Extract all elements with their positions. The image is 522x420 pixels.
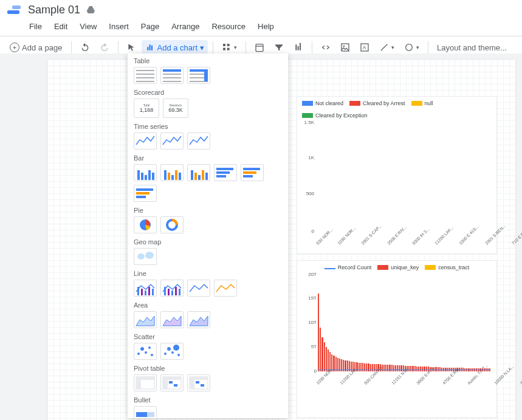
date-range-button[interactable] bbox=[251, 40, 268, 55]
chart-thumb-line-1[interactable] bbox=[134, 280, 157, 297]
chart-thumb-line-3[interactable] bbox=[187, 280, 210, 297]
chart-section-title: Scatter bbox=[134, 333, 282, 340]
image-button[interactable] bbox=[337, 40, 354, 55]
svg-rect-1 bbox=[227, 44, 230, 46]
svg-rect-89 bbox=[190, 377, 208, 380]
chart-thumb-bar-6[interactable] bbox=[134, 185, 157, 202]
svg-marker-67 bbox=[163, 316, 181, 326]
svg-rect-51 bbox=[136, 196, 146, 198]
svg-rect-90 bbox=[196, 381, 199, 384]
y-tick: 10T bbox=[302, 320, 317, 325]
url-embed-button[interactable] bbox=[317, 40, 334, 55]
svg-rect-47 bbox=[243, 171, 256, 174]
svg-rect-50 bbox=[136, 192, 149, 195]
chart-thumb-scorecard-2[interactable]: Sessions69.3K bbox=[163, 98, 188, 118]
svg-point-74 bbox=[164, 353, 167, 355]
chart-thumb-bar-2[interactable] bbox=[160, 164, 184, 181]
chart-section-title: Scorecard bbox=[134, 89, 282, 96]
stacked-bar-chart[interactable]: Not cleared Cleared by Arrest null Clear… bbox=[297, 96, 497, 254]
filter-control-button[interactable] bbox=[270, 40, 287, 55]
chart-thumb-scatter-1[interactable] bbox=[134, 343, 157, 360]
svg-rect-45 bbox=[216, 175, 226, 177]
svg-rect-41 bbox=[202, 170, 204, 180]
document-title[interactable]: Sample 01 bbox=[28, 4, 80, 16]
add-chart-button[interactable]: Add a chart ▾ bbox=[142, 40, 208, 55]
chart-thumb-pivot-2[interactable] bbox=[160, 374, 184, 391]
legend-label: unique_key bbox=[391, 264, 419, 270]
svg-rect-59 bbox=[148, 287, 150, 295]
menu-insert[interactable]: Insert bbox=[109, 22, 129, 31]
chart-thumb-geo-1[interactable] bbox=[134, 248, 157, 265]
chart-thumb-table-3[interactable] bbox=[187, 67, 210, 84]
menu-arrange[interactable]: Arrange bbox=[171, 22, 199, 31]
chart-thumb-area-1[interactable] bbox=[134, 311, 157, 328]
svg-rect-4 bbox=[256, 44, 263, 52]
drive-icon[interactable] bbox=[86, 5, 96, 15]
svg-rect-44 bbox=[216, 171, 230, 174]
chart-thumb-ts-3[interactable] bbox=[187, 133, 210, 150]
chart-thumb-bar-1[interactable] bbox=[134, 164, 157, 181]
menu-resource[interactable]: Resource bbox=[211, 22, 246, 31]
chart-thumb-bar-5[interactable] bbox=[241, 164, 264, 181]
chart-thumb-bar-3[interactable] bbox=[187, 164, 210, 181]
chart-thumb-pivot-3[interactable] bbox=[187, 374, 210, 391]
svg-rect-2 bbox=[223, 48, 225, 50]
svg-rect-84 bbox=[163, 377, 181, 380]
menu-page[interactable]: Page bbox=[141, 22, 159, 31]
chart-thumb-scatter-2[interactable] bbox=[160, 343, 184, 360]
menu-help[interactable]: Help bbox=[258, 22, 274, 31]
select-tool[interactable] bbox=[123, 41, 139, 54]
svg-rect-64 bbox=[175, 287, 177, 295]
chart-thumb-table-1[interactable] bbox=[134, 67, 157, 84]
svg-marker-66 bbox=[136, 316, 154, 326]
line-tool-button[interactable]: ▾ bbox=[376, 40, 398, 55]
svg-rect-48 bbox=[243, 175, 253, 177]
chart-thumb-pie-1[interactable] bbox=[134, 216, 157, 233]
layout-theme-button[interactable]: Layout and theme... bbox=[433, 41, 510, 55]
community-viz-button[interactable]: ▾ bbox=[218, 40, 241, 55]
redo-button[interactable] bbox=[96, 40, 113, 55]
chart-thumb-ts-2[interactable] bbox=[160, 133, 184, 150]
y-tick: 20T bbox=[302, 272, 317, 277]
svg-rect-46 bbox=[243, 168, 260, 170]
shape-tool-button[interactable]: ▾ bbox=[400, 40, 423, 55]
chart-thumb-bar-4[interactable] bbox=[214, 164, 237, 181]
chart1-body: 1.5K 1K 500 0 bbox=[315, 122, 490, 232]
data-control-button[interactable] bbox=[290, 40, 307, 55]
y-tick: 1.5K bbox=[300, 120, 314, 125]
svg-point-78 bbox=[177, 354, 180, 356]
chart2-legend: Record Count unique_key census_tract bbox=[297, 261, 496, 274]
chart-thumb-ts-1[interactable] bbox=[134, 133, 157, 150]
chart-thumb-area-3[interactable] bbox=[187, 311, 210, 328]
menu-view[interactable]: View bbox=[80, 22, 97, 31]
svg-rect-20 bbox=[163, 69, 181, 72]
svg-point-9 bbox=[406, 44, 413, 51]
svg-point-54 bbox=[137, 253, 145, 260]
text-button[interactable]: A bbox=[356, 40, 373, 55]
chart-thumb-pivot-1[interactable] bbox=[134, 374, 157, 391]
chart-thumb-table-2[interactable] bbox=[160, 67, 184, 84]
chart-thumb-bullet-1[interactable] bbox=[134, 406, 157, 418]
svg-rect-29 bbox=[141, 173, 143, 180]
add-chart-dropdown[interactable]: TableScorecardTotal1,168Sessions69.3KTim… bbox=[128, 53, 288, 418]
add-page-button[interactable]: + Add a page bbox=[6, 40, 66, 55]
svg-rect-49 bbox=[136, 188, 153, 191]
app-logo bbox=[7, 2, 22, 17]
undo-button[interactable] bbox=[77, 40, 94, 55]
svg-rect-27 bbox=[204, 69, 208, 81]
chart-thumb-line-4[interactable] bbox=[214, 280, 237, 297]
legend-label: Record Count bbox=[338, 264, 372, 270]
svg-rect-38 bbox=[191, 170, 193, 180]
chart-thumb-pie-2[interactable] bbox=[160, 216, 184, 233]
chart-thumb-area-2[interactable] bbox=[160, 311, 184, 328]
chart-thumb-scorecard-1[interactable]: Total1,168 bbox=[134, 98, 159, 118]
svg-point-55 bbox=[145, 252, 154, 259]
add-page-label: Add a page bbox=[22, 43, 63, 52]
combo-chart[interactable]: Record Count unique_key census_tract 20T… bbox=[297, 260, 497, 418]
menu-edit[interactable]: Edit bbox=[54, 22, 67, 31]
svg-point-71 bbox=[145, 351, 147, 354]
chart-section-title: Pivot table bbox=[134, 365, 282, 372]
chart-thumb-line-2[interactable] bbox=[160, 280, 184, 297]
menu-file[interactable]: File bbox=[29, 22, 42, 31]
svg-rect-57 bbox=[141, 289, 143, 295]
